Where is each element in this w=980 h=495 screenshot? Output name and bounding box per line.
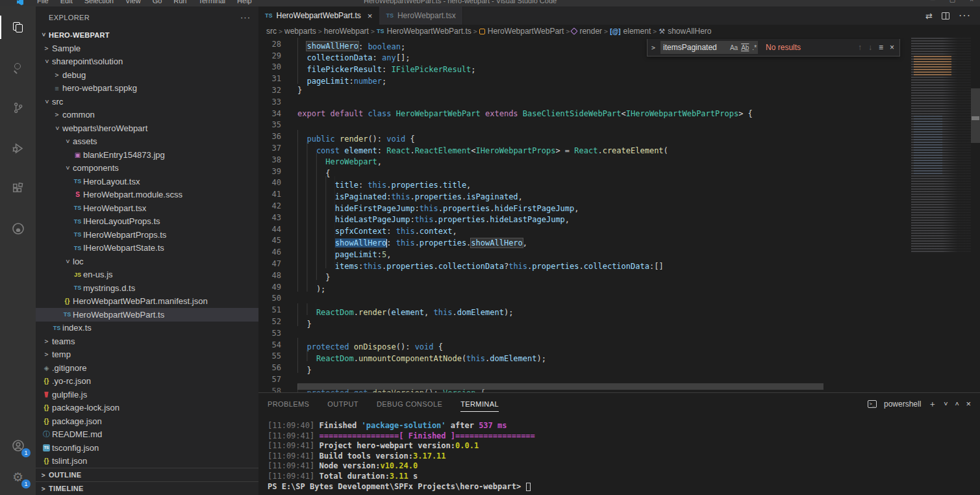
code-line[interactable]: 41isPaginated:this.properties.isPaginate…: [258, 188, 911, 200]
panel-tab-debug-console[interactable]: DEBUG CONSOLE: [377, 393, 442, 414]
breadcrumb-item-render[interactable]: render: [572, 27, 602, 36]
sidebar-item-github[interactable]: [0, 213, 36, 244]
terminal-output[interactable]: [11:09:40] Finished 'package-solution' a…: [258, 414, 980, 495]
tree-item-sharepoint-solution[interactable]: >sharepoint\solution: [36, 55, 258, 69]
tree-item-tslint-json[interactable]: {}tslint.json: [36, 455, 258, 468]
panel-tab-terminal[interactable]: TERMINAL: [460, 393, 499, 414]
code-line[interactable]: 40title: this.properties.title,: [258, 177, 911, 189]
code-editor[interactable]: 28showAllHero: boolean;29collectionData:…: [258, 38, 980, 392]
tree-item-index-ts[interactable]: TSindex.ts: [36, 322, 258, 335]
horizontal-scrollbar[interactable]: [297, 383, 823, 390]
timeline-section[interactable]: > TIMELINE: [36, 481, 258, 495]
editor-more-actions-icon[interactable]: ···: [959, 10, 971, 21]
find-in-selection-icon[interactable]: ≡: [879, 43, 883, 52]
tab-herowebpartwebpart-ts[interactable]: TS HeroWebpartWebPart.ts ×: [258, 6, 379, 25]
code-line[interactable]: 44spfxContext: this.context,: [258, 223, 911, 235]
sidebar-item-search[interactable]: [0, 52, 36, 83]
code-line[interactable]: 53: [258, 327, 911, 339]
tree-item-webparts-herowebpart[interactable]: >webparts\heroWebpart: [36, 121, 258, 135]
sidebar-item-explorer[interactable]: [0, 12, 36, 43]
code-line[interactable]: 46pageLimit:5,: [258, 246, 911, 258]
tree-item-mystrings-d-ts[interactable]: TSmystrings.d.ts: [36, 281, 258, 295]
breadcrumb-item-showallhero[interactable]: ⚒showAllHero: [659, 27, 711, 36]
tree-item-blankentry154873-jpg[interactable]: ▣blankEntry154873.jpg: [36, 148, 258, 162]
breadcrumb-item-herowebpart[interactable]: heroWebpart: [324, 27, 369, 36]
account-button[interactable]: 1: [0, 430, 36, 461]
tree-item-sample[interactable]: >Sample: [36, 42, 258, 55]
maximize-icon[interactable]: ▢: [949, 0, 955, 3]
regex-icon[interactable]: .*: [752, 44, 757, 51]
match-case-icon[interactable]: Aa: [730, 44, 738, 51]
panel-tab-output[interactable]: OUTPUT: [327, 393, 358, 414]
menu-view[interactable]: View: [119, 0, 147, 5]
breadcrumb-item-src[interactable]: src: [266, 27, 277, 36]
code-line[interactable]: 38HeroWebpart,: [258, 154, 911, 166]
tree-item-en-us-js[interactable]: JSen-us.js: [36, 268, 258, 282]
tree-item-herowebpartwebpart-ts[interactable]: TSHeroWebpartWebPart.ts: [36, 308, 258, 322]
sidebar-item-run-debug[interactable]: [0, 133, 36, 164]
code-line[interactable]: 56}: [258, 362, 911, 374]
minimap[interactable]: [911, 38, 971, 252]
code-line[interactable]: 34export default class HeroWebpartWebPar…: [258, 108, 911, 120]
tree-item-package-json[interactable]: {}package.json: [36, 414, 258, 428]
code-line[interactable]: 36public render(): void {: [258, 131, 911, 142]
code-line[interactable]: 52}: [258, 316, 911, 327]
tab-herowebpart-tsx[interactable]: TS HeroWebpart.tsx: [379, 6, 462, 25]
open-changes-icon[interactable]: ⇄: [925, 11, 933, 21]
tree-item-common[interactable]: >common: [36, 108, 258, 122]
menu-terminal[interactable]: Terminal: [193, 0, 232, 5]
menu-help[interactable]: Help: [231, 0, 258, 5]
tree-item-iherowebpartstate-ts[interactable]: TSIHeroWebpartState.ts: [36, 242, 258, 255]
panel-tab-problems[interactable]: PROBLEMS: [268, 393, 309, 414]
menu-run[interactable]: Run: [168, 0, 192, 5]
tree-item-loc[interactable]: >loc: [36, 255, 258, 268]
new-terminal-icon[interactable]: ＋: [928, 400, 936, 408]
code-line[interactable]: 50: [258, 293, 911, 305]
tree-item-iherolayoutprops-ts[interactable]: TSIHeroLayoutProps.ts: [36, 215, 258, 229]
code-line[interactable]: 33: [258, 96, 911, 108]
tree-item-herowebpart-module-scss[interactable]: SHeroWebpart.module.scss: [36, 188, 258, 202]
tree-item-temp[interactable]: >temp: [36, 348, 258, 362]
code-line[interactable]: 32}: [258, 84, 911, 96]
explorer-more-actions-icon[interactable]: ···: [240, 12, 251, 22]
code-line[interactable]: 47items:this.properties.collectionData?t…: [258, 258, 911, 270]
code-line[interactable]: 35: [258, 120, 911, 131]
menu-selection[interactable]: Selection: [79, 0, 119, 5]
outline-section[interactable]: > OUTLINE: [36, 468, 258, 481]
tree-item-teams[interactable]: >teams: [36, 335, 258, 348]
breadcrumb-item-element[interactable]: [@]element: [610, 27, 651, 36]
maximize-panel-icon[interactable]: >: [953, 401, 961, 405]
tree-item-herolayout-tsx[interactable]: TSHeroLayout.tsx: [36, 175, 258, 188]
terminal-dropdown-icon[interactable]: >: [942, 401, 950, 405]
menu-file[interactable]: File: [31, 0, 55, 5]
menu-go[interactable]: Go: [147, 0, 168, 5]
tree-item-assets[interactable]: >assets: [36, 135, 258, 149]
tree-item-readme-md[interactable]: ⓘREADME.md: [36, 428, 258, 442]
breadcrumb-item-herowebpartwebpart[interactable]: HeroWebpartWebPart: [479, 27, 564, 36]
code-line[interactable]: 49);: [258, 281, 911, 293]
breadcrumb-item-webparts[interactable]: webparts: [284, 27, 316, 36]
tree-item-yo-rc-json[interactable]: {}.yo-rc.json: [36, 375, 258, 388]
code-line[interactable]: 31pageLimit:number;: [258, 73, 911, 84]
tree-item-gitignore[interactable]: ◈.gitignore: [36, 361, 258, 375]
code-line[interactable]: 42hideFirstPageJump:this.properties.hide…: [258, 200, 911, 212]
code-line[interactable]: 54protected onDispose(): void {: [258, 339, 911, 351]
split-editor-icon[interactable]: [942, 12, 949, 19]
tree-item-herowebpartwebpart-manifest-json[interactable]: {}HeroWebpartWebPart.manifest.json: [36, 295, 258, 309]
tree-item-components[interactable]: >components: [36, 162, 258, 175]
close-panel-icon[interactable]: ×: [966, 400, 971, 408]
tree-item-debug[interactable]: >debug: [36, 68, 258, 82]
tree-item-hero-webpart-sppkg[interactable]: ≡hero-webpart.sppkg: [36, 82, 258, 95]
shell-selector[interactable]: powershell: [884, 400, 921, 409]
code-line[interactable]: 55ReactDom.unmountComponentAtNode(this.d…: [258, 351, 911, 362]
window-controls[interactable]: ─▢×: [931, 0, 974, 3]
code-line[interactable]: 39{: [258, 166, 911, 177]
workspace-section-header[interactable]: > HERO-WEBPART: [36, 29, 258, 42]
code-line[interactable]: 43hideLastPageJump:this.properties.hideL…: [258, 212, 911, 223]
settings-button[interactable]: ⚙ 1: [0, 461, 36, 492]
tree-item-package-lock-json[interactable]: {}package-lock.json: [36, 401, 258, 415]
whole-word-icon[interactable]: Ab: [741, 44, 749, 51]
sidebar-item-extensions[interactable]: [0, 173, 36, 204]
code-line[interactable]: 37const element: React.ReactElement<IHer…: [258, 142, 911, 154]
tree-item-src[interactable]: >src: [36, 95, 258, 108]
